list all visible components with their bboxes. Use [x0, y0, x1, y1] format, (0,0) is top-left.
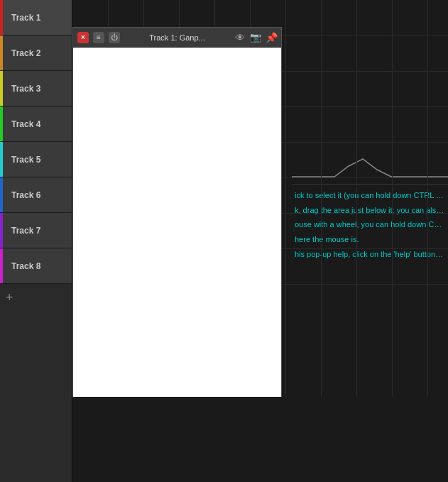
popup-content	[73, 48, 281, 397]
main-area: × ≡ ⏻ Track 1: Ganp... 👁 📷 📌	[72, 0, 448, 482]
main-container: Track 1Track 2Track 3Track 4Track 5Track…	[0, 0, 448, 482]
track-item-7[interactable]: Track 7	[0, 213, 72, 248]
track-item-6[interactable]: Track 6	[0, 177, 72, 213]
track-item-4[interactable]: Track 4	[0, 106, 72, 142]
help-text-area: ick to select it (you can hold down CTRL…	[292, 185, 448, 266]
help-text-line-3: here the mouse is.	[295, 233, 445, 246]
popup-camera-button[interactable]: 📷	[250, 32, 261, 43]
popup-eye-button[interactable]: 👁	[234, 32, 246, 43]
timeline-area: × ≡ ⏻ Track 1: Ganp... 👁 📷 📌	[72, 0, 448, 397]
popup-titlebar: × ≡ ⏻ Track 1: Ganp... 👁 📷 📌	[73, 28, 281, 48]
popup-pin-button[interactable]: 📌	[266, 32, 277, 43]
track-color-bar-1	[0, 0, 3, 35]
help-panel: ick to select it (you can hold down CTRL…	[292, 0, 448, 397]
track-label-4: Track 4	[11, 119, 40, 129]
help-text-line-0: ick to select it (you can hold down CTRL…	[295, 189, 445, 202]
popup-power-button[interactable]: ⏻	[109, 32, 120, 43]
track-label-3: Track 3	[11, 84, 40, 94]
grid-line-vertical	[392, 0, 393, 397]
add-track-button[interactable]: +	[0, 287, 72, 308]
track-color-bar-5	[0, 142, 3, 177]
track-item-1[interactable]: Track 1	[0, 0, 72, 35]
track-item-5[interactable]: Track 5	[0, 142, 72, 177]
grid-line-vertical	[285, 0, 286, 397]
track-color-bar-8	[0, 248, 3, 283]
track-item-3[interactable]: Track 3	[0, 71, 72, 106]
track-label-8: Track 8	[11, 261, 40, 271]
grid-line-vertical	[427, 0, 428, 397]
help-graph	[292, 0, 448, 185]
track-color-bar-6	[0, 177, 3, 212]
track-item-2[interactable]: Track 2	[0, 35, 72, 71]
track-label-7: Track 7	[11, 226, 40, 236]
bottom-area	[72, 397, 448, 482]
help-text-line-2: ouse with a wheel, you can hold down CTR…	[295, 218, 445, 231]
track-list: Track 1Track 2Track 3Track 4Track 5Track…	[0, 0, 72, 482]
help-text-line-4: his pop-up help, click on the 'help' but…	[295, 248, 445, 261]
popup-menu-button[interactable]: ≡	[93, 32, 104, 43]
popup-panel: × ≡ ⏻ Track 1: Ganp... 👁 📷 📌	[72, 27, 282, 397]
popup-title: Track 1: Ganp...	[124, 33, 230, 42]
help-text-line-1: k, drag the area just below it; you can …	[295, 204, 445, 217]
track-color-bar-3	[0, 71, 3, 106]
track-label-1: Track 1	[11, 13, 40, 23]
track-label-5: Track 5	[11, 155, 40, 165]
track-color-bar-4	[0, 106, 3, 141]
grid-line-vertical	[356, 0, 357, 397]
track-label-2: Track 2	[11, 48, 40, 58]
track-label-6: Track 6	[11, 190, 40, 200]
track-color-bar-7	[0, 213, 3, 248]
popup-close-button[interactable]: ×	[77, 32, 89, 43]
track-item-8[interactable]: Track 8	[0, 248, 72, 284]
track-color-bar-2	[0, 35, 3, 70]
grid-line-vertical	[321, 0, 322, 397]
waveform-svg	[292, 127, 448, 184]
